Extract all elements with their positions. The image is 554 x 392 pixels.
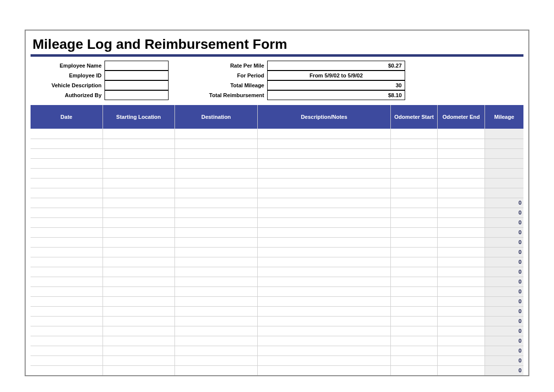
- cell-date[interactable]: [31, 148, 103, 158]
- cell-mileage[interactable]: 0: [485, 316, 523, 326]
- cell-ostart[interactable]: [390, 198, 438, 208]
- cell-dest[interactable]: [174, 286, 258, 296]
- cell-start[interactable]: [103, 336, 174, 346]
- cell-desc[interactable]: [258, 336, 391, 346]
- cell-mileage[interactable]: [485, 188, 523, 198]
- cell-oend[interactable]: [438, 296, 485, 306]
- cell-dest[interactable]: [174, 326, 258, 336]
- cell-mileage[interactable]: 0: [485, 356, 523, 365]
- cell-start[interactable]: [103, 346, 174, 356]
- cell-start[interactable]: [103, 148, 174, 158]
- cell-date[interactable]: [31, 365, 103, 375]
- cell-desc[interactable]: [258, 286, 391, 296]
- cell-ostart[interactable]: [390, 168, 438, 178]
- cell-start[interactable]: [103, 237, 174, 247]
- cell-start[interactable]: [103, 277, 174, 286]
- cell-mileage[interactable]: [485, 129, 523, 139]
- cell-date[interactable]: [31, 356, 103, 365]
- cell-oend[interactable]: [438, 139, 485, 148]
- cell-desc[interactable]: [258, 208, 391, 217]
- cell-desc[interactable]: [258, 326, 391, 336]
- cell-desc[interactable]: [258, 237, 391, 247]
- cell-start[interactable]: [103, 286, 174, 296]
- cell-dest[interactable]: [174, 365, 258, 375]
- cell-desc[interactable]: [258, 139, 391, 148]
- cell-oend[interactable]: [438, 316, 485, 326]
- cell-date[interactable]: [31, 277, 103, 286]
- cell-mileage[interactable]: 0: [485, 198, 523, 208]
- cell-dest[interactable]: [174, 178, 258, 188]
- cell-ostart[interactable]: [390, 188, 438, 198]
- cell-dest[interactable]: [174, 158, 258, 168]
- cell-desc[interactable]: [258, 148, 391, 158]
- cell-date[interactable]: [31, 306, 103, 316]
- cell-dest[interactable]: [174, 188, 258, 198]
- cell-date[interactable]: [31, 217, 103, 227]
- cell-ostart[interactable]: [390, 286, 438, 296]
- cell-ostart[interactable]: [390, 227, 438, 237]
- cell-mileage[interactable]: [485, 148, 523, 158]
- cell-oend[interactable]: [438, 267, 485, 277]
- cell-date[interactable]: [31, 257, 103, 267]
- cell-desc[interactable]: [258, 267, 391, 277]
- employee-name-field[interactable]: [104, 61, 169, 71]
- cell-oend[interactable]: [438, 188, 485, 198]
- cell-ostart[interactable]: [390, 148, 438, 158]
- cell-dest[interactable]: [174, 168, 258, 178]
- cell-dest[interactable]: [174, 217, 258, 227]
- cell-oend[interactable]: [438, 168, 485, 178]
- cell-start[interactable]: [103, 365, 174, 375]
- period-field[interactable]: From 5/9/02 to 5/9/02: [267, 71, 405, 80]
- cell-dest[interactable]: [174, 346, 258, 356]
- cell-oend[interactable]: [438, 208, 485, 217]
- cell-oend[interactable]: [438, 346, 485, 356]
- cell-mileage[interactable]: [485, 139, 523, 148]
- cell-oend[interactable]: [438, 237, 485, 247]
- cell-start[interactable]: [103, 168, 174, 178]
- cell-start[interactable]: [103, 188, 174, 198]
- cell-dest[interactable]: [174, 316, 258, 326]
- cell-dest[interactable]: [174, 129, 258, 139]
- cell-date[interactable]: [31, 208, 103, 217]
- cell-mileage[interactable]: 0: [485, 257, 523, 267]
- cell-mileage[interactable]: 0: [485, 336, 523, 346]
- cell-dest[interactable]: [174, 148, 258, 158]
- employee-id-field[interactable]: [104, 71, 169, 80]
- cell-start[interactable]: [103, 227, 174, 237]
- cell-desc[interactable]: [258, 227, 391, 237]
- cell-oend[interactable]: [438, 129, 485, 139]
- cell-dest[interactable]: [174, 208, 258, 217]
- authorized-by-field[interactable]: [104, 90, 169, 100]
- cell-date[interactable]: [31, 346, 103, 356]
- cell-mileage[interactable]: 0: [485, 227, 523, 237]
- cell-dest[interactable]: [174, 306, 258, 316]
- cell-date[interactable]: [31, 188, 103, 198]
- cell-desc[interactable]: [258, 217, 391, 227]
- cell-start[interactable]: [103, 158, 174, 168]
- cell-date[interactable]: [31, 237, 103, 247]
- cell-oend[interactable]: [438, 286, 485, 296]
- cell-oend[interactable]: [438, 148, 485, 158]
- cell-desc[interactable]: [258, 129, 391, 139]
- cell-mileage[interactable]: 0: [485, 237, 523, 247]
- cell-desc[interactable]: [258, 306, 391, 316]
- cell-start[interactable]: [103, 247, 174, 257]
- cell-dest[interactable]: [174, 227, 258, 237]
- cell-ostart[interactable]: [390, 237, 438, 247]
- cell-date[interactable]: [31, 286, 103, 296]
- cell-ostart[interactable]: [390, 217, 438, 227]
- vehicle-desc-field[interactable]: [104, 80, 169, 90]
- cell-mileage[interactable]: 0: [485, 286, 523, 296]
- cell-date[interactable]: [31, 296, 103, 306]
- cell-desc[interactable]: [258, 198, 391, 208]
- cell-mileage[interactable]: 0: [485, 267, 523, 277]
- cell-start[interactable]: [103, 198, 174, 208]
- cell-date[interactable]: [31, 227, 103, 237]
- cell-dest[interactable]: [174, 296, 258, 306]
- cell-oend[interactable]: [438, 336, 485, 346]
- cell-mileage[interactable]: 0: [485, 208, 523, 217]
- cell-ostart[interactable]: [390, 178, 438, 188]
- cell-oend[interactable]: [438, 158, 485, 168]
- cell-oend[interactable]: [438, 326, 485, 336]
- cell-oend[interactable]: [438, 356, 485, 365]
